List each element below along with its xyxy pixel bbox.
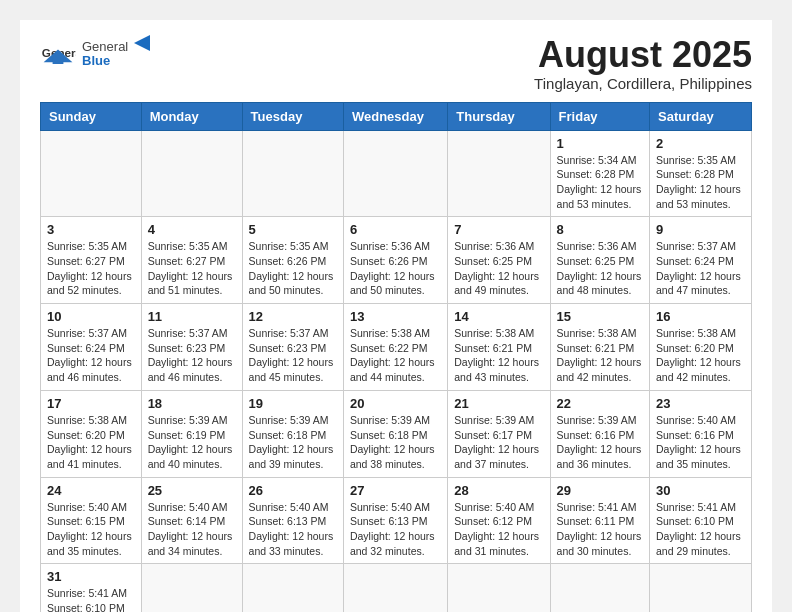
- weekday-header-saturday: Saturday: [650, 102, 752, 130]
- svg-rect-2: [53, 57, 64, 64]
- header: General General Blue August 2025 Tinglay…: [40, 35, 752, 92]
- calendar-cell: 31Sunrise: 5:41 AM Sunset: 6:10 PM Dayli…: [41, 564, 142, 612]
- calendar-cell: 17Sunrise: 5:38 AM Sunset: 6:20 PM Dayli…: [41, 390, 142, 477]
- day-number: 19: [249, 396, 337, 411]
- day-number: 5: [249, 222, 337, 237]
- day-number: 12: [249, 309, 337, 324]
- day-info: Sunrise: 5:41 AM Sunset: 6:10 PM Dayligh…: [47, 586, 135, 612]
- calendar-cell: [242, 130, 343, 217]
- day-info: Sunrise: 5:39 AM Sunset: 6:16 PM Dayligh…: [557, 413, 643, 472]
- day-info: Sunrise: 5:37 AM Sunset: 6:24 PM Dayligh…: [656, 239, 745, 298]
- day-number: 11: [148, 309, 236, 324]
- day-number: 27: [350, 483, 441, 498]
- calendar-cell: 2Sunrise: 5:35 AM Sunset: 6:28 PM Daylig…: [650, 130, 752, 217]
- day-number: 29: [557, 483, 643, 498]
- day-number: 23: [656, 396, 745, 411]
- day-number: 16: [656, 309, 745, 324]
- calendar-cell: 28Sunrise: 5:40 AM Sunset: 6:12 PM Dayli…: [448, 477, 550, 564]
- day-info: Sunrise: 5:34 AM Sunset: 6:28 PM Dayligh…: [557, 153, 643, 212]
- calendar-cell: [41, 130, 142, 217]
- calendar-cell: [448, 564, 550, 612]
- day-number: 4: [148, 222, 236, 237]
- calendar-cell: [242, 564, 343, 612]
- weekday-header-tuesday: Tuesday: [242, 102, 343, 130]
- day-info: Sunrise: 5:39 AM Sunset: 6:18 PM Dayligh…: [249, 413, 337, 472]
- day-info: Sunrise: 5:39 AM Sunset: 6:18 PM Dayligh…: [350, 413, 441, 472]
- logo-icon: General: [40, 37, 76, 73]
- day-info: Sunrise: 5:37 AM Sunset: 6:24 PM Dayligh…: [47, 326, 135, 385]
- calendar-cell: 9Sunrise: 5:37 AM Sunset: 6:24 PM Daylig…: [650, 217, 752, 304]
- weekday-header-sunday: Sunday: [41, 102, 142, 130]
- day-number: 20: [350, 396, 441, 411]
- day-info: Sunrise: 5:38 AM Sunset: 6:21 PM Dayligh…: [557, 326, 643, 385]
- weekday-header-wednesday: Wednesday: [343, 102, 447, 130]
- calendar-cell: 16Sunrise: 5:38 AM Sunset: 6:20 PM Dayli…: [650, 304, 752, 391]
- location: Tinglayan, Cordillera, Philippines: [534, 75, 752, 92]
- calendar-cell: 20Sunrise: 5:39 AM Sunset: 6:18 PM Dayli…: [343, 390, 447, 477]
- day-number: 8: [557, 222, 643, 237]
- calendar-cell: 18Sunrise: 5:39 AM Sunset: 6:19 PM Dayli…: [141, 390, 242, 477]
- day-number: 2: [656, 136, 745, 151]
- calendar-cell: 23Sunrise: 5:40 AM Sunset: 6:16 PM Dayli…: [650, 390, 752, 477]
- day-info: Sunrise: 5:36 AM Sunset: 6:25 PM Dayligh…: [557, 239, 643, 298]
- svg-text:Blue: Blue: [82, 53, 110, 68]
- calendar-cell: 1Sunrise: 5:34 AM Sunset: 6:28 PM Daylig…: [550, 130, 649, 217]
- day-number: 26: [249, 483, 337, 498]
- weekday-header-monday: Monday: [141, 102, 242, 130]
- day-number: 31: [47, 569, 135, 584]
- logo: General General Blue: [40, 35, 162, 75]
- day-number: 28: [454, 483, 543, 498]
- calendar-cell: 22Sunrise: 5:39 AM Sunset: 6:16 PM Dayli…: [550, 390, 649, 477]
- calendar-cell: 5Sunrise: 5:35 AM Sunset: 6:26 PM Daylig…: [242, 217, 343, 304]
- week-row-6: 31Sunrise: 5:41 AM Sunset: 6:10 PM Dayli…: [41, 564, 752, 612]
- day-number: 15: [557, 309, 643, 324]
- day-info: Sunrise: 5:40 AM Sunset: 6:13 PM Dayligh…: [350, 500, 441, 559]
- day-number: 21: [454, 396, 543, 411]
- calendar-cell: 25Sunrise: 5:40 AM Sunset: 6:14 PM Dayli…: [141, 477, 242, 564]
- calendar-cell: [448, 130, 550, 217]
- calendar-cell: 4Sunrise: 5:35 AM Sunset: 6:27 PM Daylig…: [141, 217, 242, 304]
- weekday-header-thursday: Thursday: [448, 102, 550, 130]
- day-number: 25: [148, 483, 236, 498]
- day-info: Sunrise: 5:35 AM Sunset: 6:28 PM Dayligh…: [656, 153, 745, 212]
- day-info: Sunrise: 5:38 AM Sunset: 6:20 PM Dayligh…: [47, 413, 135, 472]
- day-info: Sunrise: 5:40 AM Sunset: 6:15 PM Dayligh…: [47, 500, 135, 559]
- week-row-3: 10Sunrise: 5:37 AM Sunset: 6:24 PM Dayli…: [41, 304, 752, 391]
- calendar-table: SundayMondayTuesdayWednesdayThursdayFrid…: [40, 102, 752, 612]
- day-info: Sunrise: 5:38 AM Sunset: 6:20 PM Dayligh…: [656, 326, 745, 385]
- day-number: 10: [47, 309, 135, 324]
- week-row-4: 17Sunrise: 5:38 AM Sunset: 6:20 PM Dayli…: [41, 390, 752, 477]
- calendar-cell: [141, 130, 242, 217]
- day-info: Sunrise: 5:40 AM Sunset: 6:16 PM Dayligh…: [656, 413, 745, 472]
- svg-text:General: General: [82, 39, 128, 54]
- calendar-cell: 24Sunrise: 5:40 AM Sunset: 6:15 PM Dayli…: [41, 477, 142, 564]
- day-info: Sunrise: 5:40 AM Sunset: 6:13 PM Dayligh…: [249, 500, 337, 559]
- month-year: August 2025: [534, 35, 752, 75]
- day-number: 30: [656, 483, 745, 498]
- day-number: 7: [454, 222, 543, 237]
- week-row-2: 3Sunrise: 5:35 AM Sunset: 6:27 PM Daylig…: [41, 217, 752, 304]
- calendar-cell: 30Sunrise: 5:41 AM Sunset: 6:10 PM Dayli…: [650, 477, 752, 564]
- day-number: 1: [557, 136, 643, 151]
- calendar-cell: 10Sunrise: 5:37 AM Sunset: 6:24 PM Dayli…: [41, 304, 142, 391]
- calendar-cell: [343, 564, 447, 612]
- day-number: 13: [350, 309, 441, 324]
- calendar-cell: [650, 564, 752, 612]
- day-number: 18: [148, 396, 236, 411]
- weekday-header-friday: Friday: [550, 102, 649, 130]
- calendar-cell: 11Sunrise: 5:37 AM Sunset: 6:23 PM Dayli…: [141, 304, 242, 391]
- day-info: Sunrise: 5:40 AM Sunset: 6:14 PM Dayligh…: [148, 500, 236, 559]
- week-row-1: 1Sunrise: 5:34 AM Sunset: 6:28 PM Daylig…: [41, 130, 752, 217]
- day-number: 6: [350, 222, 441, 237]
- day-info: Sunrise: 5:37 AM Sunset: 6:23 PM Dayligh…: [148, 326, 236, 385]
- day-info: Sunrise: 5:35 AM Sunset: 6:26 PM Dayligh…: [249, 239, 337, 298]
- day-info: Sunrise: 5:39 AM Sunset: 6:19 PM Dayligh…: [148, 413, 236, 472]
- calendar-cell: 29Sunrise: 5:41 AM Sunset: 6:11 PM Dayli…: [550, 477, 649, 564]
- day-info: Sunrise: 5:38 AM Sunset: 6:21 PM Dayligh…: [454, 326, 543, 385]
- day-info: Sunrise: 5:36 AM Sunset: 6:25 PM Dayligh…: [454, 239, 543, 298]
- day-number: 14: [454, 309, 543, 324]
- day-number: 3: [47, 222, 135, 237]
- calendar-cell: 26Sunrise: 5:40 AM Sunset: 6:13 PM Dayli…: [242, 477, 343, 564]
- day-number: 22: [557, 396, 643, 411]
- calendar-cell: 21Sunrise: 5:39 AM Sunset: 6:17 PM Dayli…: [448, 390, 550, 477]
